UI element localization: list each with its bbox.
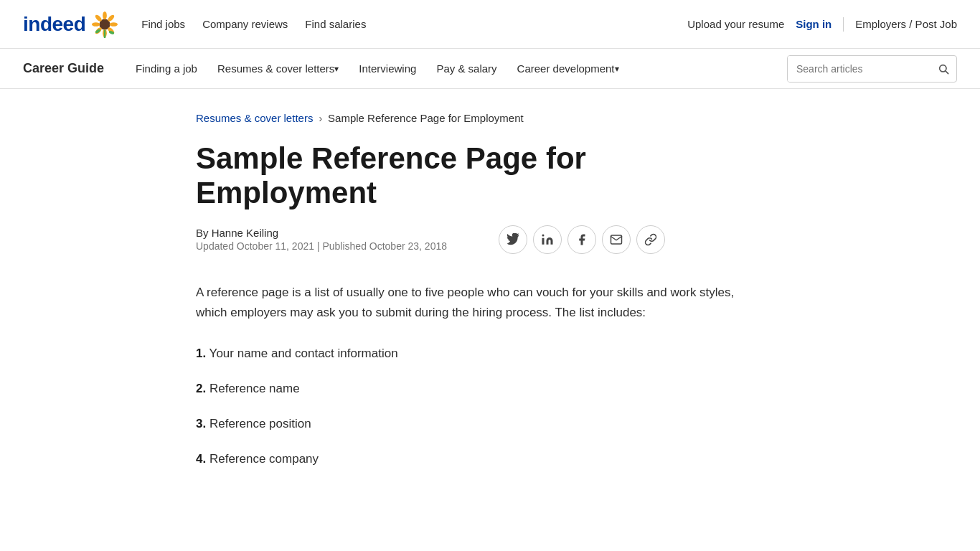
list-item: 1. Your name and contact information bbox=[196, 344, 741, 364]
share-facebook-button[interactable] bbox=[567, 225, 596, 254]
main-content: Resumes & cover letters › Sample Referen… bbox=[0, 89, 980, 507]
top-nav-right: Upload your resume Sign in Employers / P… bbox=[687, 17, 957, 32]
list-number-4: 4. bbox=[196, 452, 206, 466]
finding-a-job-link[interactable]: Finding a job bbox=[127, 49, 206, 89]
svg-point-1 bbox=[103, 11, 107, 19]
upload-resume-link[interactable]: Upload your resume bbox=[687, 18, 784, 30]
svg-rect-14 bbox=[542, 237, 545, 244]
logo-text: indeed bbox=[23, 13, 85, 36]
article-list: 1. Your name and contact information 2. … bbox=[196, 344, 741, 470]
top-nav: indeed Find jobs bbox=[0, 0, 980, 49]
svg-point-3 bbox=[110, 22, 118, 27]
search-icon bbox=[938, 63, 949, 75]
list-text-1: Your name and contact information bbox=[209, 347, 398, 360]
twitter-icon bbox=[507, 233, 519, 246]
breadcrumb-parent-link[interactable]: Resumes & cover letters bbox=[196, 112, 313, 124]
resumes-cover-letters-link[interactable]: Resumes & cover letters bbox=[209, 49, 347, 89]
list-text-4: Reference company bbox=[209, 452, 319, 466]
breadcrumb-chevron: › bbox=[319, 113, 322, 124]
search-box bbox=[787, 55, 957, 83]
share-email-button[interactable] bbox=[602, 225, 631, 254]
share-linkedin-button[interactable] bbox=[533, 225, 562, 254]
svg-point-15 bbox=[542, 234, 545, 236]
author-info: By Hanne Keiling Updated October 11, 202… bbox=[196, 227, 447, 252]
list-item: 2. Reference name bbox=[196, 379, 741, 400]
list-item: 4. Reference company bbox=[196, 449, 741, 470]
breadcrumb-current: Sample Reference Page for Employment bbox=[328, 112, 524, 124]
link-icon bbox=[644, 233, 657, 246]
employers-link[interactable]: Employers / Post Job bbox=[855, 18, 957, 30]
company-reviews-link[interactable]: Company reviews bbox=[202, 18, 288, 30]
secondary-nav: Career Guide Finding a job Resumes & cov… bbox=[0, 49, 980, 89]
interviewing-link[interactable]: Interviewing bbox=[350, 49, 425, 89]
sunflower-icon bbox=[91, 11, 118, 38]
search-input[interactable] bbox=[788, 56, 930, 82]
career-development-link[interactable]: Career development bbox=[509, 49, 628, 89]
career-guide-title: Career Guide bbox=[23, 61, 104, 76]
find-jobs-link[interactable]: Find jobs bbox=[141, 18, 185, 30]
svg-line-13 bbox=[946, 71, 948, 74]
linkedin-icon bbox=[541, 233, 554, 246]
list-number-2: 2. bbox=[196, 382, 206, 395]
logo-area: indeed bbox=[23, 11, 118, 38]
author-share-row: By Hanne Keiling Updated October 11, 202… bbox=[196, 225, 784, 254]
sign-in-link[interactable]: Sign in bbox=[796, 18, 831, 30]
svg-point-7 bbox=[92, 22, 100, 27]
pay-salary-link[interactable]: Pay & salary bbox=[428, 49, 505, 89]
share-buttons bbox=[499, 225, 665, 254]
facebook-icon bbox=[575, 233, 588, 246]
nav-divider bbox=[843, 17, 844, 32]
share-twitter-button[interactable] bbox=[499, 225, 527, 254]
list-text-2: Reference name bbox=[209, 382, 300, 395]
indeed-logo[interactable]: indeed bbox=[23, 13, 85, 36]
list-number-1: 1. bbox=[196, 347, 206, 360]
find-salaries-link[interactable]: Find salaries bbox=[305, 18, 366, 30]
list-number-3: 3. bbox=[196, 417, 206, 430]
author-name: By Hanne Keiling bbox=[196, 227, 447, 239]
search-button[interactable] bbox=[930, 56, 956, 82]
top-nav-links: Find jobs Company reviews Find salaries bbox=[141, 18, 687, 30]
article-dates: Updated October 11, 2021 | Published Oct… bbox=[196, 240, 447, 252]
secondary-nav-links: Finding a job Resumes & cover letters In… bbox=[127, 49, 787, 89]
article-body: A reference page is a list of usually on… bbox=[196, 283, 741, 470]
breadcrumb: Resumes & cover letters › Sample Referen… bbox=[196, 112, 784, 124]
article-intro: A reference page is a list of usually on… bbox=[196, 283, 741, 324]
list-item: 3. Reference position bbox=[196, 414, 741, 435]
list-text-3: Reference position bbox=[209, 417, 311, 430]
article-title: Sample Reference Page for Employment bbox=[196, 141, 741, 211]
email-icon bbox=[610, 233, 623, 246]
copy-link-button[interactable] bbox=[636, 225, 665, 254]
